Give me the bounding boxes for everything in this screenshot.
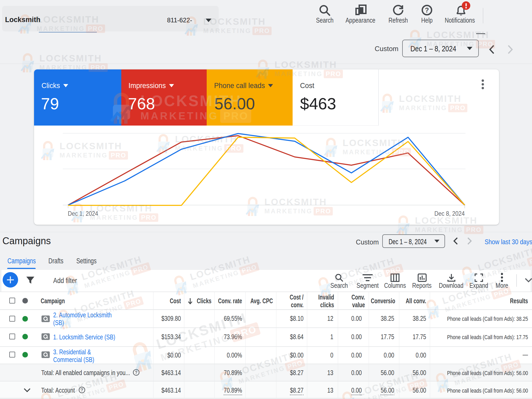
svg-text:?: ? <box>425 6 429 14</box>
